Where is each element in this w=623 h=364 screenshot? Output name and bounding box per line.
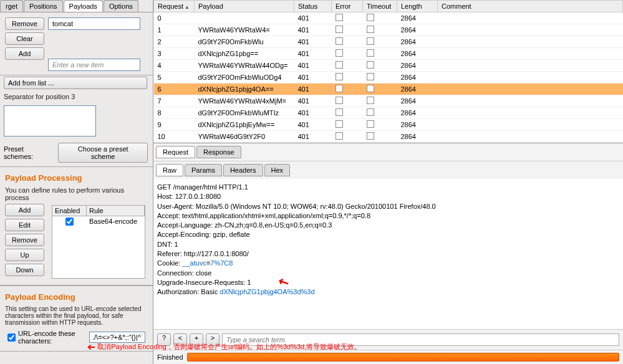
annotation-text: ➔ 取消Payload Encoding，否则爆破将会产生url编码。如上的%3…: [87, 340, 361, 352]
main-tabs: rget Positions Payloads Options: [0, 0, 153, 12]
clear-button[interactable]: Clear: [5, 32, 44, 45]
timeout-checkbox: [367, 85, 374, 92]
error-checkbox: [336, 61, 343, 69]
timeout-checkbox: [367, 132, 374, 140]
table-row[interactable]: 2dG9tY2F0OmFkbWlu4012864: [154, 36, 623, 48]
table-row[interactable]: 9dXNlcjphZG1pbjEyMw==4012864: [154, 119, 623, 131]
preset-label: Preset schemes:: [4, 145, 54, 160]
col-payload[interactable]: Payload: [195, 1, 294, 12]
proc-add-button[interactable]: Add: [5, 204, 44, 216]
url-encode-label: URL-encode these characters:: [18, 330, 87, 345]
tab-options[interactable]: Options: [104, 0, 138, 12]
table-row[interactable]: 5dG9tY2F0OmFkbWluODg44012864: [154, 72, 623, 84]
choose-preset-button[interactable]: Choose a preset scheme: [58, 143, 148, 163]
rules-table: Enabled Rule Base64-encode: [52, 205, 145, 279]
error-checkbox: [336, 132, 343, 140]
col-error[interactable]: Error: [332, 1, 363, 12]
payload-item-input[interactable]: tomcat: [48, 17, 140, 30]
tab-response[interactable]: Response: [196, 146, 241, 158]
timeout-checkbox: [367, 97, 374, 104]
error-checkbox: [336, 85, 343, 92]
error-checkbox: [336, 120, 343, 128]
timeout-checkbox: [367, 108, 374, 116]
table-row[interactable]: 6dXNlcjphZG1pbjg4OA==4012864: [154, 84, 623, 95]
proc-edit-button[interactable]: Edit: [5, 219, 44, 231]
results-table: Request▲ Payload Status Error Timeout Le…: [153, 0, 623, 143]
timeout-checkbox: [367, 26, 374, 33]
col-length[interactable]: Length: [397, 1, 438, 12]
proc-up-button[interactable]: Up: [5, 249, 44, 261]
processing-desc: You can define rules to perform various …: [4, 185, 149, 203]
tab-request[interactable]: Request: [156, 146, 195, 158]
col-comment[interactable]: Comment: [438, 1, 623, 12]
timeout-checkbox: [367, 73, 374, 80]
timeout-checkbox: [367, 61, 374, 69]
table-row[interactable]: 7YWRtaW46YWRtaW4xMjM=4012864: [154, 95, 623, 107]
error-checkbox: [336, 97, 343, 104]
error-checkbox: [336, 14, 343, 21]
tab-hex[interactable]: Hex: [264, 164, 291, 176]
table-row[interactable]: 1YWRtaW46YWRtaW4=4012864: [154, 24, 623, 36]
add-from-list-button[interactable]: Add from list ...: [4, 77, 147, 89]
timeout-checkbox: [367, 49, 374, 57]
rule-value: Base64-encode: [87, 216, 145, 228]
encoding-title: Payload Encoding: [4, 290, 149, 304]
progress-bar: [187, 353, 619, 362]
error-checkbox: [336, 73, 343, 80]
status-finished-label: Finished: [157, 353, 183, 361]
timeout-checkbox: [367, 120, 374, 128]
tab-raw[interactable]: Raw: [156, 164, 183, 176]
table-row[interactable]: 4YWRtaW46YWRtaW44ODg=4012864: [154, 60, 623, 72]
request-response-tabs: Request Response: [153, 143, 623, 161]
col-timeout[interactable]: Timeout: [363, 1, 397, 12]
add-button[interactable]: Add: [5, 47, 44, 60]
error-checkbox: [336, 26, 343, 33]
url-encode-checkbox[interactable]: [7, 333, 16, 342]
separator-input[interactable]: [4, 105, 96, 136]
table-row[interactable]: 04012864: [154, 12, 623, 24]
sort-asc-icon: ▲: [185, 4, 190, 10]
rules-col-enabled: Enabled: [52, 206, 87, 216]
table-row[interactable]: 10YWRtaW46dG9tY2F04012864: [154, 131, 623, 143]
timeout-checkbox: [367, 37, 374, 45]
tab-headers[interactable]: Headers: [223, 164, 263, 176]
table-row[interactable]: 8dG9tY2F0OmFkbWluMTIz4012864: [154, 107, 623, 119]
error-checkbox: [336, 108, 343, 116]
timeout-checkbox: [367, 14, 374, 21]
encoding-desc: This setting can be used to URL-encode s…: [4, 304, 149, 327]
error-checkbox: [336, 37, 343, 45]
tab-positions[interactable]: Positions: [24, 0, 63, 12]
proc-down-button[interactable]: Down: [5, 264, 44, 276]
rule-enabled-checkbox[interactable]: [65, 218, 74, 226]
col-status[interactable]: Status: [294, 1, 332, 12]
proc-remove-button[interactable]: Remove: [5, 234, 44, 246]
raw-request-area[interactable]: GET /manager/html HTTP/1.1 Host: 127.0.0…: [153, 179, 623, 329]
tab-params[interactable]: Params: [185, 164, 222, 176]
new-item-input[interactable]: Enter a new item: [48, 59, 140, 71]
error-checkbox: [336, 49, 343, 57]
tab-target[interactable]: rget: [0, 0, 23, 12]
tab-payloads[interactable]: Payloads: [64, 0, 103, 12]
col-request[interactable]: Request▲: [154, 1, 195, 12]
table-row[interactable]: 3dXNlcjphZG1pbg==4012864: [154, 48, 623, 60]
separator-label: Separator for position 3: [0, 90, 153, 103]
rules-col-rule: Rule: [87, 206, 145, 216]
remove-button[interactable]: Remove: [5, 17, 44, 30]
view-tabs: Raw Params Headers Hex: [153, 161, 623, 179]
processing-title: Payload Processing: [4, 171, 149, 185]
